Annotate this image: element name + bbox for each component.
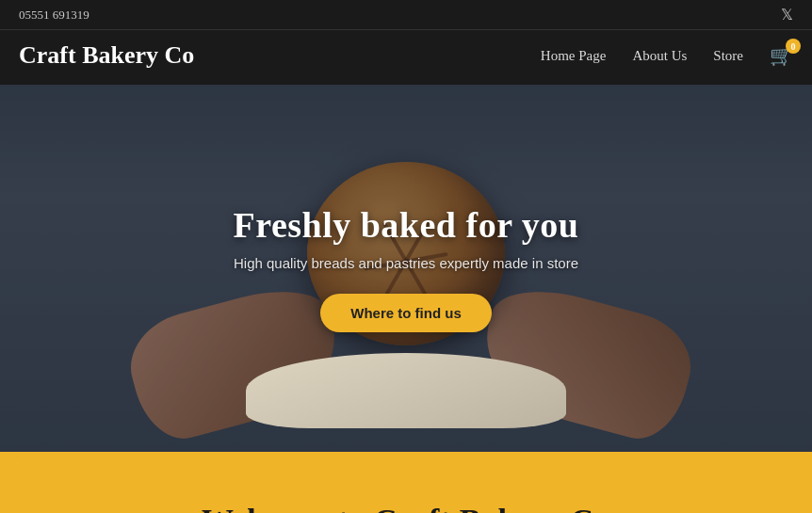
welcome-section: Welcome to Craft Bakery Co [0,452,812,513]
main-nav: Home Page About Us Store 🛒 0 [541,44,793,67]
hero-subtitle: High quality breads and pastries expertl… [234,255,578,271]
welcome-title: Welcome to Craft Bakery Co [0,503,812,513]
hero-title: Freshly baked for you [234,204,579,246]
phone-number: 05551 691319 [19,8,89,23]
nav-item-about[interactable]: About Us [632,48,687,64]
nav-item-home[interactable]: Home Page [541,48,607,64]
hero-content: Freshly baked for you High quality bread… [234,204,579,332]
topbar: 05551 691319 𝕏 [0,0,812,29]
cloth-visual [246,353,566,428]
social-icons: 𝕏 [781,6,793,24]
header: Craft Bakery Co Home Page About Us Store… [0,29,812,85]
brand-logo[interactable]: Craft Bakery Co [19,41,194,70]
find-us-button[interactable]: Where to find us [320,294,492,332]
nav-item-store[interactable]: Store [713,48,743,64]
twitter-icon[interactable]: 𝕏 [781,6,793,24]
hero-section: Freshly baked for you High quality bread… [0,85,812,452]
wave-shape [0,452,812,508]
cart-button[interactable]: 🛒 0 [770,44,793,67]
cart-badge: 0 [786,39,801,54]
